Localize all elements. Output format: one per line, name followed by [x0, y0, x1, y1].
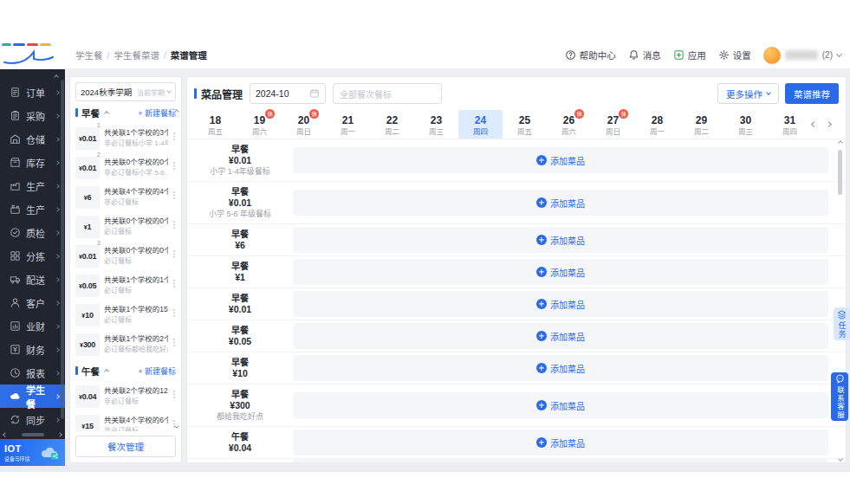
meal-standard-item[interactable]: ¥300 共关联1个学校的2个班级 必订餐标都给我吃好点	[75, 332, 176, 358]
sidebar-item[interactable]: 生产	[0, 174, 65, 197]
meal-standard-item[interactable]: ¥6 共关联4个学校的4个班级 非必订餐标	[75, 184, 176, 210]
more-options-icon[interactable]	[173, 132, 175, 134]
date-column[interactable]: 25 周五	[503, 110, 547, 139]
meal-time-manage-button[interactable]: 餐次管理	[75, 436, 176, 457]
sidebar-item[interactable]: 分拣	[0, 244, 65, 268]
recipe-recommend-button[interactable]: 菜谱推荐	[785, 83, 839, 104]
date-column[interactable]: 22 周二	[370, 110, 414, 139]
plus-icon	[536, 155, 547, 165]
add-dish-button[interactable]: 添加菜品	[536, 234, 585, 247]
topbar-action[interactable]: 消息	[628, 48, 661, 61]
meal-standard-item[interactable]: 1 ¥0.01 共关联1个学校的3个班级 非必订餐标小学 1-4年...	[75, 126, 176, 152]
sidebar-item[interactable]: 采购	[0, 104, 65, 127]
date-column[interactable]: 20休 周日	[282, 110, 326, 139]
more-options-icon[interactable]	[173, 250, 175, 252]
sidebar-item[interactable]: 生产	[0, 197, 65, 221]
date-column[interactable]: 24 周四	[458, 110, 503, 139]
breadcrumb-item[interactable]: 菜谱管理/	[171, 48, 207, 61]
date-column[interactable]: 26休 周六	[547, 110, 591, 139]
section-breakfast-header[interactable]: 早餐 + 新建餐标	[75, 103, 176, 122]
chevron-right-icon	[55, 207, 60, 212]
date-column[interactable]: 30 周三	[723, 110, 768, 139]
meal-filter-input[interactable]: 全部餐次餐标	[333, 83, 442, 104]
sidebar-item[interactable]: 业财	[0, 314, 65, 338]
more-options-icon[interactable]	[173, 420, 175, 422]
topbar-action[interactable]: 帮助中心	[565, 48, 616, 61]
meal-standard-item[interactable]: 2 ¥0.01 共关联0个学校的0个班级 非必订餐标小学 5-6...	[75, 155, 176, 181]
dates-next-icon[interactable]	[826, 121, 832, 127]
window-bottom-edge	[0, 466, 850, 472]
purchase-icon	[10, 110, 21, 121]
price-box: 3 ¥0.01	[75, 245, 100, 268]
menu-cell: 添加菜品	[293, 227, 828, 253]
sidebar-item[interactable]: 订单	[0, 81, 65, 104]
add-dish-button[interactable]: 添加菜品	[536, 197, 585, 210]
more-options-icon[interactable]	[173, 162, 175, 164]
more-options-icon[interactable]	[173, 309, 175, 311]
add-dish-button[interactable]: 添加菜品	[536, 298, 585, 311]
sidebar-item[interactable]: 同步	[0, 408, 65, 431]
holiday-badge: 休	[265, 109, 275, 119]
date-column[interactable]: 29 周二	[679, 110, 723, 139]
sidebar-scrollbar-thumb[interactable]	[61, 80, 64, 419]
add-dish-button[interactable]: 添加菜品	[536, 362, 585, 375]
meal-standard-item[interactable]: 3 ¥0.01 共关联0个学校的0个班级 必订餐标	[75, 243, 176, 269]
sidebar-item[interactable]: 库存	[0, 151, 65, 174]
sidebar-item[interactable]: 配送	[0, 268, 65, 291]
add-dish-button[interactable]: 添加菜品	[536, 266, 585, 279]
meal-standard-item[interactable]: ¥0.05 共关联1个学校的1个班级 必订餐标	[75, 273, 176, 299]
topbar-action[interactable]: 应用	[673, 48, 706, 61]
sidebar-item[interactable]: 质检	[0, 221, 65, 244]
more-options-icon[interactable]	[173, 191, 175, 193]
scroll-left-icon[interactable]	[3, 432, 8, 437]
semester-select[interactable]: 2024秋季学期 当前学期	[75, 82, 176, 101]
more-options-icon[interactable]	[173, 280, 175, 281]
date-column[interactable]: 27休 周日	[591, 110, 635, 139]
scroll-down-icon[interactable]	[838, 456, 843, 462]
sidebar-item[interactable]: 学生餐	[0, 384, 65, 408]
price-box: 1 ¥0.01	[75, 127, 100, 150]
scroll-right-icon[interactable]	[57, 432, 62, 437]
meal-row-label: 午餐 ¥0.04	[187, 427, 293, 458]
add-dish-button[interactable]: 添加菜品	[536, 154, 585, 167]
more-options-icon[interactable]	[173, 339, 175, 340]
date-column[interactable]: 18 周五	[193, 110, 237, 139]
meal-standard-item[interactable]: ¥10 共关联1个学校的15个班级 必订餐标	[75, 302, 176, 328]
scrollbar-thumb[interactable]	[838, 150, 842, 195]
support-float-tab[interactable]: 联系客服	[831, 372, 848, 421]
sidebar-item[interactable]: 客户	[0, 291, 65, 314]
meal-standard-item[interactable]: ¥15 共关联4个学校的6个班级 非必订餐标	[75, 413, 176, 431]
sidebar-item[interactable]: 财务	[0, 338, 65, 361]
more-options-icon[interactable]	[173, 221, 175, 223]
meal-row-label: 早餐 ¥0.01 小学 5-6 年级餐标	[187, 182, 293, 223]
date-column[interactable]: 28 周一	[635, 110, 679, 139]
scroll-up-icon[interactable]	[838, 140, 843, 145]
sidebar-item[interactable]: 仓储	[0, 127, 65, 151]
dates-prev-icon[interactable]	[811, 121, 817, 127]
add-dish-button[interactable]: 添加菜品	[536, 436, 585, 449]
sidebar-horizontal-scrollbar	[0, 430, 65, 439]
meal-standard-item[interactable]: ¥1 共关联0个学校的0个班级 必订餐标	[75, 214, 176, 240]
date-column[interactable]: 23 周三	[414, 110, 458, 139]
add-dish-button[interactable]: 添加菜品	[536, 330, 585, 343]
add-dish-button[interactable]: 添加菜品	[536, 399, 585, 412]
task-float-tab[interactable]: 任务	[834, 307, 850, 340]
more-options-icon[interactable]	[173, 391, 175, 392]
sidebar-item[interactable]: 报表	[0, 361, 65, 384]
breadcrumb-item[interactable]: 学生餐/	[75, 48, 114, 61]
section-lunch-header[interactable]: 午餐 + 新建餐标	[75, 361, 176, 380]
date-column[interactable]: 19休 周六	[237, 110, 282, 139]
iot-widget[interactable]: IOT 设备与环境	[0, 439, 65, 466]
more-actions-button[interactable]: 更多操作	[717, 83, 779, 104]
date-column[interactable]: 31 周四	[768, 110, 812, 139]
user-menu[interactable]: (2)	[763, 47, 841, 64]
month-picker[interactable]: 2024-10	[250, 83, 326, 104]
new-meal-standard-link[interactable]: + 新建餐标	[138, 365, 176, 377]
breadcrumb-item[interactable]: 学生餐菜谱/	[114, 48, 170, 61]
topbar-action[interactable]: 设置	[718, 48, 751, 61]
meal-standard-item[interactable]: ¥0.04 共关联2个学校的12个班级 非必订餐标	[75, 384, 176, 410]
new-meal-standard-link[interactable]: + 新建餐标	[138, 107, 176, 119]
hscroll-thumb[interactable]	[22, 433, 44, 436]
price-box: ¥1	[75, 216, 100, 238]
date-column[interactable]: 21 周一	[326, 110, 370, 139]
